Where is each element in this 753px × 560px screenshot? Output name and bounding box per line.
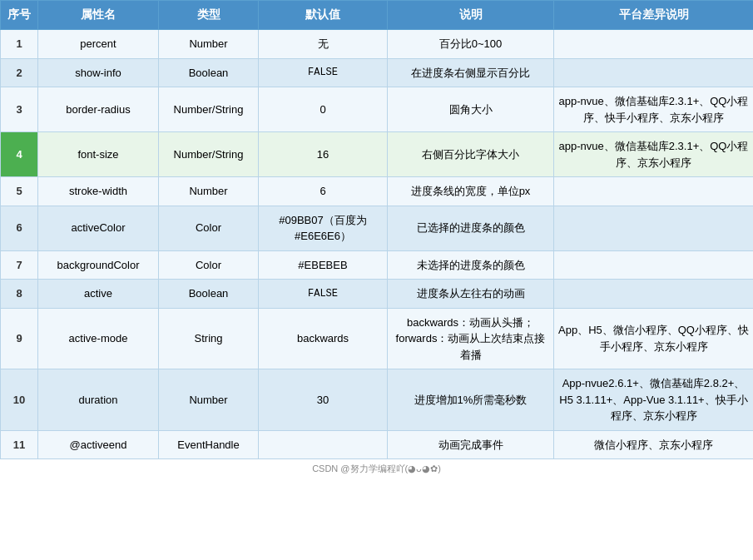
cell-default: 16 — [259, 132, 388, 177]
cell-type: Boolean — [159, 280, 259, 309]
cell-platform: app-nvue、微信基础库2.3.1+、QQ小程序、快手小程序、京东小程序 — [554, 87, 754, 132]
table-wrapper: 序号 属性名 类型 默认值 说明 平台差异说明 1percentNumber无百… — [0, 0, 753, 478]
cell-name: backgroundColor — [38, 250, 159, 280]
cell-type: Color — [159, 250, 259, 280]
header-desc: 说明 — [388, 1, 554, 30]
cell-type: Number/String — [159, 87, 259, 132]
cell-desc: 已选择的进度条的颜色 — [388, 206, 554, 250]
table-row: 7backgroundColorColor#EBEBEB未选择的进度条的颜色 — [1, 250, 754, 280]
cell-platform — [554, 280, 754, 309]
table-row: 5stroke-widthNumber6进度条线的宽度，单位px — [1, 177, 754, 206]
cell-type: String — [159, 308, 259, 369]
header-name: 属性名 — [38, 1, 159, 30]
cell-type: Color — [159, 206, 259, 250]
cell-default: 0 — [259, 87, 388, 132]
table-row: 2show-infoBooleanFALSE在进度条右侧显示百分比 — [1, 58, 754, 87]
header-platform: 平台差异说明 — [554, 1, 754, 30]
cell-seq: 7 — [1, 250, 38, 280]
cell-seq: 2 — [1, 58, 38, 87]
cell-desc: 进度条从左往右的动画 — [388, 280, 554, 309]
cell-seq: 3 — [1, 87, 38, 132]
table-row: 1percentNumber无百分比0~100 — [1, 30, 754, 59]
cell-seq: 9 — [1, 308, 38, 369]
cell-name: show-info — [38, 58, 159, 87]
cell-desc: 右侧百分比字体大小 — [388, 132, 554, 177]
cell-platform — [554, 250, 754, 280]
header-default: 默认值 — [259, 1, 388, 30]
cell-name: activeColor — [38, 206, 159, 250]
cell-desc: 动画完成事件 — [388, 430, 554, 459]
cell-name: border-radius — [38, 87, 159, 132]
cell-seq: 1 — [1, 30, 38, 59]
cell-seq: 10 — [1, 369, 38, 431]
cell-desc: 在进度条右侧显示百分比 — [388, 58, 554, 87]
cell-default: #EBEBEB — [259, 250, 388, 280]
cell-default: #09BB07（百度为#E6E6E6） — [259, 206, 388, 250]
cell-name: percent — [38, 30, 159, 59]
table-row: 3border-radiusNumber/String0圆角大小app-nvue… — [1, 87, 754, 132]
cell-platform: App-nvue2.6.1+、微信基础库2.8.2+、H5 3.1.11+、Ap… — [554, 369, 754, 431]
cell-name: duration — [38, 369, 159, 431]
cell-seq: 5 — [1, 177, 38, 206]
cell-type: Number — [159, 177, 259, 206]
table-header-row: 序号 属性名 类型 默认值 说明 平台差异说明 — [1, 1, 754, 30]
cell-type: Number — [159, 30, 259, 59]
cell-name: active — [38, 280, 159, 309]
cell-name: stroke-width — [38, 177, 159, 206]
cell-default: FALSE — [259, 58, 388, 87]
cell-platform: app-nvue、微信基础库2.3.1+、QQ小程序、京东小程序 — [554, 132, 754, 177]
cell-default: 6 — [259, 177, 388, 206]
cell-desc: 圆角大小 — [388, 87, 554, 132]
cell-default: FALSE — [259, 280, 388, 309]
cell-desc: 进度增加1%所需毫秒数 — [388, 369, 554, 431]
table-row: 4font-sizeNumber/String16右侧百分比字体大小app-nv… — [1, 132, 754, 177]
cell-platform — [554, 58, 754, 87]
cell-platform: App、H5、微信小程序、QQ小程序、快手小程序、京东小程序 — [554, 308, 754, 369]
cell-desc: 进度条线的宽度，单位px — [388, 177, 554, 206]
cell-seq: 8 — [1, 280, 38, 309]
cell-seq: 11 — [1, 430, 38, 459]
cell-desc: 百分比0~100 — [388, 30, 554, 59]
cell-name: active-mode — [38, 308, 159, 369]
header-seq: 序号 — [1, 1, 38, 30]
cell-seq: 4 — [1, 132, 38, 177]
cell-desc: 未选择的进度条的颜色 — [388, 250, 554, 280]
cell-platform — [554, 30, 754, 59]
cell-platform — [554, 177, 754, 206]
cell-type: Number — [159, 369, 259, 431]
cell-default: backwards — [259, 308, 388, 369]
cell-default — [259, 430, 388, 459]
properties-table: 序号 属性名 类型 默认值 说明 平台差异说明 1percentNumber无百… — [0, 0, 753, 459]
table-row: 11@activeendEventHandle动画完成事件微信小程序、京东小程序 — [1, 430, 754, 459]
cell-desc: backwards：动画从头播；forwards：动画从上次结束点接着播 — [388, 308, 554, 369]
cell-platform — [554, 206, 754, 250]
cell-type: Boolean — [159, 58, 259, 87]
table-row: 9active-modeStringbackwardsbackwards：动画从… — [1, 308, 754, 369]
cell-type: Number/String — [159, 132, 259, 177]
cell-platform: 微信小程序、京东小程序 — [554, 430, 754, 459]
cell-type: EventHandle — [159, 430, 259, 459]
cell-name: font-size — [38, 132, 159, 177]
watermark: CSDN @努力学编程吖(◕ᴗ◕✿) — [0, 459, 753, 478]
cell-default: 30 — [259, 369, 388, 431]
cell-default: 无 — [259, 30, 388, 59]
table-row: 6activeColorColor#09BB07（百度为#E6E6E6）已选择的… — [1, 206, 754, 250]
header-type: 类型 — [159, 1, 259, 30]
cell-name: @activeend — [38, 430, 159, 459]
table-row: 8activeBooleanFALSE进度条从左往右的动画 — [1, 280, 754, 309]
table-row: 10durationNumber30进度增加1%所需毫秒数App-nvue2.6… — [1, 369, 754, 431]
cell-seq: 6 — [1, 206, 38, 250]
